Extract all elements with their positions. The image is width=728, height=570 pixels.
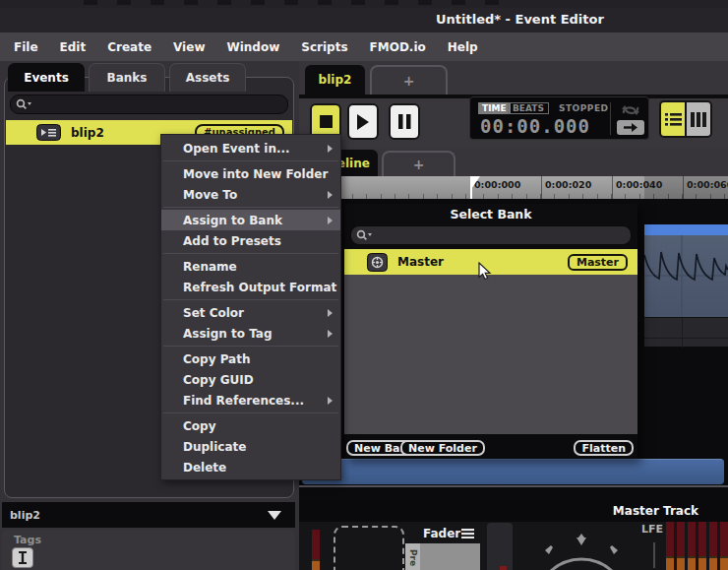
menu-window[interactable]: Window (226, 40, 279, 54)
transport-status: STOPPED (559, 103, 609, 113)
pause-icon (398, 114, 411, 129)
menu-edit[interactable]: Edit (60, 40, 87, 54)
tags-label: Tags (14, 534, 41, 546)
tab-assets[interactable]: Assets (169, 63, 246, 92)
bank-name: Master (397, 255, 444, 269)
stop-icon (320, 115, 333, 128)
menu-item-find-references[interactable]: Find References... (161, 390, 340, 411)
select-bank-popup: Select Bank Master Master New Bank (344, 204, 637, 459)
mouse-cursor (478, 262, 496, 281)
menu-item-open-event-in[interactable]: Open Event in... (161, 138, 340, 158)
new-event-tab-button[interactable]: + (370, 65, 448, 95)
menu-separator (163, 253, 338, 254)
menu-separator (163, 412, 338, 413)
events-search-input[interactable] (10, 95, 288, 114)
clipped-decoration (84, 0, 507, 5)
arrow-right-icon (624, 123, 637, 132)
menu-item-assign-to-tag[interactable]: Assign to Tag (161, 323, 340, 344)
pre-fader-tab[interactable]: Pre (405, 543, 420, 570)
transport-toolbar: TIME BEATS STOPPED 00:00.000 (299, 98, 728, 148)
event-context-menu: Open Event in... Move into New Folder Mo… (160, 134, 341, 480)
event-name: blip2 (71, 126, 104, 140)
menu-item-duplicate[interactable]: Duplicate (161, 436, 340, 457)
tab-banks[interactable]: Banks (89, 63, 165, 92)
rename-tag-button[interactable] (12, 547, 33, 568)
logic-track-bar[interactable] (302, 459, 724, 484)
pause-button[interactable] (389, 103, 420, 140)
speaker-top-icon (576, 534, 586, 545)
menu-separator (163, 207, 338, 208)
empty-effect-slot[interactable] (334, 526, 404, 570)
view-toggle (659, 100, 712, 138)
display-divider (610, 102, 611, 135)
bank-list-area[interactable] (344, 275, 637, 434)
menu-help[interactable]: Help (448, 40, 478, 54)
menu-view[interactable]: View (173, 40, 205, 54)
search-icon (356, 229, 373, 241)
menu-item-delete[interactable]: Delete (161, 457, 340, 477)
beats-mode-tab[interactable]: BEATS (508, 102, 549, 114)
menu-item-set-color[interactable]: Set Color (161, 302, 340, 323)
ruler-tick-2: 0:00:040 (616, 179, 662, 190)
tab-events[interactable]: Events (8, 63, 85, 92)
selected-event-bar[interactable]: blip2 (2, 502, 295, 528)
event-2d-icon (36, 124, 61, 141)
new-sheet-tab-button[interactable]: + (382, 151, 455, 176)
text-cursor-icon (16, 550, 30, 565)
output-meters (666, 522, 728, 570)
menu-separator (163, 299, 338, 300)
menu-create[interactable]: Create (107, 40, 152, 54)
transport-time-value: 00:00.000 (480, 115, 590, 137)
titlebar: Untitled* - Event Editor (0, 8, 728, 32)
loop-icon[interactable] (619, 103, 642, 117)
menu-item-copy-path[interactable]: Copy Path (161, 348, 340, 369)
menu-item-refresh-output-format[interactable]: Refresh Output Format (161, 277, 340, 297)
input-meter (312, 530, 320, 570)
menu-item-copy[interactable]: Copy (161, 415, 340, 436)
list-view-icon (665, 112, 682, 127)
collapse-icon[interactable] (268, 511, 281, 520)
window-title: Untitled* - Event Editor (436, 12, 604, 27)
ruler-tick-1: 0:00:020 (545, 179, 591, 190)
collapsed-module[interactable] (487, 523, 513, 570)
advance-playhead-button[interactable] (617, 120, 644, 135)
timeline-ruler[interactable]: 0:00:000 0:00:020 0:00:040 0:00:060 (299, 176, 728, 199)
flatten-button[interactable]: Flatten (574, 440, 634, 456)
submenu-arrow-icon (328, 397, 333, 405)
panner-knob[interactable] (535, 530, 634, 570)
submenu-arrow-icon (328, 145, 333, 153)
menubar: File Edit Create View Window Scripts FMO… (0, 32, 728, 61)
new-folder-button[interactable]: New Folder (400, 440, 485, 456)
mixer-view-button[interactable] (686, 100, 712, 138)
play-button[interactable] (347, 103, 379, 140)
audio-instrument-waveform[interactable] (644, 235, 728, 317)
fader-module[interactable]: Fader Pre (405, 523, 480, 570)
submenu-arrow-icon (328, 330, 333, 338)
panel-divider (299, 485, 728, 487)
lfe-fader[interactable] (653, 542, 655, 568)
menu-item-move-into-new-folder[interactable]: Move into New Folder (161, 163, 340, 184)
menu-item-move-to[interactable]: Move To (161, 184, 340, 205)
lfe-label: LFE (641, 523, 663, 536)
menu-file[interactable]: File (14, 40, 38, 54)
menu-item-rename[interactable]: Rename (161, 256, 340, 277)
tab-event-blip2[interactable]: blip2 (305, 65, 365, 95)
event-editor-window: Untitled* - Event Editor File Edit Creat… (0, 0, 728, 570)
waveform-icon (644, 235, 728, 317)
menu-scripts[interactable]: Scripts (301, 40, 347, 54)
deck-header: Master Track (299, 499, 728, 522)
time-mode-tab[interactable]: TIME (478, 102, 511, 114)
menu-item-add-to-presets[interactable]: Add to Presets (161, 230, 340, 251)
popup-button-bar: New Bank New Folder Flatten (344, 434, 637, 459)
menu-item-copy-guid[interactable]: Copy GUID (161, 369, 340, 390)
transport-display: TIME BEATS STOPPED 00:00.000 (469, 96, 649, 140)
ruler-tick-3: 0:00:060 (687, 179, 728, 190)
menu-item-assign-to-bank[interactable]: Assign to Bank (161, 210, 340, 230)
tracks-view-button[interactable] (659, 100, 686, 138)
ruler-tick-0: 0:00:000 (474, 179, 520, 190)
master-track-deck: Fader Pre LFE (299, 522, 728, 570)
menu-fmodio[interactable]: FMOD.io (370, 40, 426, 54)
bank-search-input[interactable] (350, 225, 632, 245)
hamburger-menu-icon[interactable] (461, 529, 474, 538)
select-bank-title: Select Bank (344, 204, 637, 224)
